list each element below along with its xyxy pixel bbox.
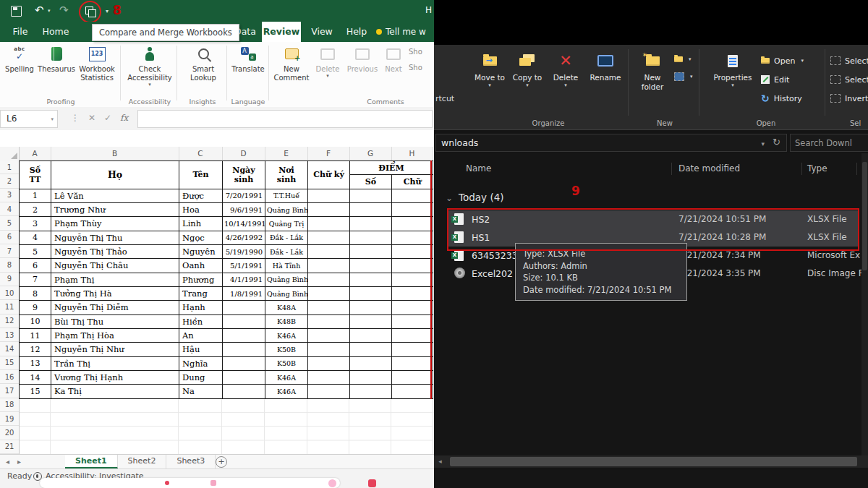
insert-function-icon[interactable]: fx [120, 110, 128, 127]
table-row[interactable]: 14 Vương Thị Hạnh Dung K46A [20, 370, 433, 384]
column-header-name[interactable]: Name [466, 160, 491, 176]
table-row[interactable]: 11 Phạm Thị Hòa An K46A [20, 328, 433, 342]
column-header-B[interactable]: B [51, 147, 179, 160]
history-button[interactable]: ↻History [761, 90, 802, 107]
scrollbar-thumb[interactable] [862, 162, 867, 270]
row-header-12[interactable]: 12 [0, 314, 19, 328]
new-comment-button[interactable]: New Comment [273, 44, 310, 82]
copy-to-button[interactable]: Copy to ▾ [509, 49, 545, 88]
undo-dropdown-icon[interactable]: ▾ [48, 8, 51, 14]
table-row[interactable]: 10 Bùi Thị Thu Hiền K48B [20, 314, 433, 328]
delete-comment-button[interactable]: Delete ▾ [312, 44, 344, 78]
formula-input[interactable] [137, 110, 433, 128]
rename-button[interactable]: Rename [586, 49, 625, 82]
invert-selection-button[interactable]: Invert s [830, 90, 868, 107]
tab-file[interactable]: File [6, 22, 35, 42]
collapse-icon[interactable]: ⌄ [446, 193, 453, 203]
row-header-20[interactable]: 20 [0, 426, 19, 440]
vertical-scrollbar[interactable] [861, 153, 868, 455]
compare-merge-workbooks-icon[interactable] [85, 7, 93, 14]
sheet-tab[interactable]: Sheet1 [65, 455, 118, 468]
tab-home[interactable]: Home [39, 22, 72, 42]
tab-help[interactable]: Help [341, 22, 372, 42]
column-header-A[interactable]: A [19, 147, 51, 160]
easy-access-button[interactable]: ▾ [674, 68, 693, 85]
paste-shortcut-button-partial[interactable]: rtcut [435, 94, 454, 103]
tell-me-box[interactable]: Tell me w [376, 22, 426, 42]
scroll-left-icon[interactable]: ◂ [434, 455, 446, 468]
name-box[interactable]: L6 ▾ [0, 110, 58, 128]
translate-button[interactable]: Translate [229, 44, 267, 74]
new-sheet-button[interactable]: + [216, 456, 227, 468]
next-comment-button[interactable]: Next [381, 44, 406, 74]
row-header-19[interactable]: 19 [0, 412, 19, 426]
row-header-15[interactable]: 15 [0, 356, 19, 370]
tab-view[interactable]: View [307, 22, 337, 42]
sheet-tab[interactable]: Sheet2 [118, 455, 167, 468]
horizontal-scrollbar[interactable]: ◂ [434, 455, 868, 468]
row-header-1[interactable]: 1 [0, 160, 19, 174]
edit-button[interactable]: Edit [761, 71, 789, 88]
row-header-17[interactable]: 17 [0, 384, 19, 398]
column-header-C[interactable]: C [179, 147, 223, 160]
cancel-icon[interactable]: ✕ [88, 110, 95, 127]
table-row[interactable]: 12 Nguyễn Thị Như Hậu K50B [20, 343, 433, 356]
show-ink-button-partial[interactable]: Sho [409, 64, 422, 72]
table-row[interactable]: 4 Nguyễn Thị Thu Ngọc 4/26/1992 Đắk - Lắ… [20, 231, 433, 244]
column-header-E[interactable]: E [265, 147, 308, 160]
column-header-F[interactable]: F [307, 147, 350, 160]
row-header-7[interactable]: 7 [0, 244, 19, 258]
column-header-type[interactable]: Type [807, 160, 827, 176]
smart-lookup-button[interactable]: Smart Lookup [181, 44, 226, 82]
delete-button[interactable]: ✕ Delete ▾ [548, 49, 583, 88]
refresh-icon[interactable]: ↻ [773, 137, 780, 147]
row-header-11[interactable]: 11 [0, 300, 19, 314]
properties-button[interactable]: Properties ▾ [712, 49, 754, 88]
group-header-today[interactable]: ⌄Today (4) [446, 189, 504, 205]
open-button[interactable]: Open▾ [761, 52, 804, 69]
column-header-date-modified[interactable]: Date modified [678, 160, 740, 176]
row-header-3[interactable]: 3 [0, 189, 19, 202]
table-row[interactable]: 9 Nguyễn Thị Diễm Hạnh K48A [20, 301, 433, 314]
table-row[interactable]: 15 Ka Thị Na K46A [20, 385, 433, 398]
thesaurus-button[interactable]: Thesaurus [38, 44, 75, 74]
column-separator[interactable] [801, 163, 802, 175]
row-header-21[interactable]: 21 [0, 440, 19, 454]
row-header-8[interactable]: 8 [0, 258, 19, 272]
table-row[interactable]: 1 Lê Văn Được 7/20/1991 T.T.Huế [20, 189, 433, 202]
row-header-16[interactable]: 16 [0, 370, 19, 384]
select-all-button[interactable]: Select a [830, 52, 868, 69]
column-separator[interactable] [671, 163, 672, 175]
row-header-18[interactable]: 18 [0, 398, 19, 412]
search-input[interactable] [790, 134, 868, 152]
undo-icon[interactable]: ↶ [35, 3, 44, 17]
spelling-button[interactable]: abc✓ Spelling [3, 44, 36, 74]
table-row[interactable]: 3 Phạm Thùy Linh 10/14/1991 Quảng Trị [20, 217, 433, 231]
column-header-H[interactable]: H [391, 147, 433, 160]
name-box-dropdown-icon[interactable]: ▾ [51, 116, 54, 122]
move-to-button[interactable]: → Move to ▾ [472, 49, 508, 88]
new-item-button[interactable]: ▾ [674, 51, 692, 68]
enter-icon[interactable]: ✓ [104, 110, 111, 127]
row-header-6[interactable]: 6 [0, 231, 19, 244]
row-header-9[interactable]: 9 [0, 273, 19, 286]
row-header-5[interactable]: 5 [0, 216, 19, 230]
column-header-G[interactable]: G [349, 147, 392, 160]
save-icon[interactable] [11, 6, 22, 17]
address-dropdown-icon[interactable]: ▾ [761, 140, 765, 147]
table-row[interactable]: 6 Nguyễn Thị Châu Oanh 5/1/1991 Hà Tĩnh [20, 259, 433, 273]
table-row[interactable]: 7 Phạm Thị Phương 4/1/1991 Quảng Bình [20, 273, 433, 286]
column-separator[interactable] [856, 163, 857, 175]
scrollbar-thumb[interactable] [450, 457, 857, 466]
row-header-13[interactable]: 13 [0, 328, 19, 342]
file-row[interactable]: HS2 7/21/2024 10:51 PM XLSX File [447, 210, 858, 228]
row-header-4[interactable]: 4 [0, 202, 19, 216]
table-row[interactable]: 8 Tưởng Thị Hà Trang 1/8/1991 Quảng Bình [20, 286, 433, 300]
tab-review[interactable]: Review [262, 22, 301, 42]
previous-comment-button[interactable]: Previous [345, 44, 380, 74]
excel-grid[interactable]: 123456789101112131415161718192021 Số TT … [0, 160, 434, 454]
new-folder-button[interactable]: ✶ New folder [634, 49, 671, 92]
sheet-tab[interactable]: Sheet3 [166, 455, 216, 468]
table-row[interactable]: 5 Nguyễn Thị Thảo Nguyên 5/19/1990 Đắk -… [20, 244, 433, 258]
column-header-D[interactable]: D [222, 147, 265, 160]
